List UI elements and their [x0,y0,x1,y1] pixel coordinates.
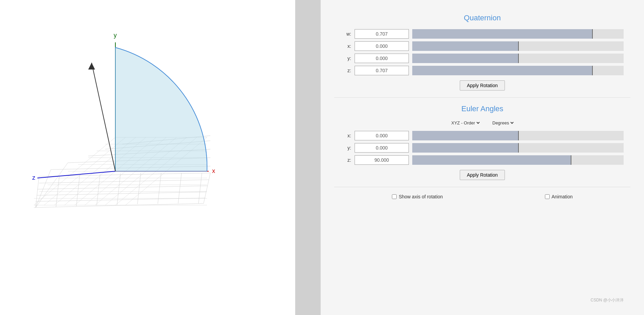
svg-line-7 [56,176,59,207]
svg-line-3 [37,192,206,195]
show-axis-checkbox[interactable] [392,194,397,199]
euler-slider-thumb-1 [518,143,519,153]
euler-slider-thumb-0 [518,131,519,140]
svg-line-13 [178,173,182,203]
quaternion-apply-button[interactable]: Apply Rotation [460,80,505,91]
quaternion-section: Quaternion w:x:y:z: Apply Rotation [334,7,630,98]
euler-field-row-0: x: [334,131,630,140]
quaternion-slider-1[interactable] [412,41,624,51]
euler-label-0: x: [341,133,351,138]
middle-divider [295,0,321,315]
3d-scene: x z y [0,0,295,315]
euler-section: Euler Angles XYZ - Order Degrees Radians… [334,98,630,187]
euler-slider-fill-1 [412,143,518,153]
euler-slider-thumb-2 [571,155,571,165]
quaternion-slider-3[interactable] [412,66,624,75]
quaternion-field-row-1: x: [334,41,630,51]
euler-fields: x:y:z: [334,131,630,165]
euler-slider-1[interactable] [412,143,624,153]
right-panel: Quaternion w:x:y:z: Apply Rotation Euler… [321,0,644,315]
animation-label[interactable]: Animation [545,194,573,199]
svg-line-6 [36,176,39,208]
euler-order-select[interactable]: XYZ - Order [450,120,481,126]
quaternion-apply-container: Apply Rotation [334,80,630,91]
svg-line-5 [34,203,204,208]
quaternion-slider-fill-3 [412,66,592,75]
quaternion-label-0: w: [341,31,351,37]
quaternion-input-0[interactable] [355,29,409,39]
checkboxes-section: Show axis of rotation Animation [334,187,630,206]
svg-line-9 [97,174,100,205]
quaternion-slider-thumb-3 [592,66,593,75]
svg-line-2 [37,186,208,189]
quaternion-input-1[interactable] [355,41,409,51]
show-axis-label[interactable]: Show axis of rotation [392,194,443,199]
quaternion-slider-fill-2 [412,54,518,63]
svg-line-14 [198,173,202,203]
quaternion-slider-0[interactable] [412,29,624,39]
euler-slider-fill-0 [412,131,518,140]
vector-arrowhead [88,63,95,70]
quaternion-title: Quaternion [334,14,630,22]
animation-text: Animation [552,194,573,199]
quaternion-input-3[interactable] [355,66,409,75]
quaternion-label-1: x: [341,43,351,49]
quaternion-field-row-2: y: [334,54,630,63]
quaternion-field-row-3: z: [334,66,630,75]
quaternion-label-2: y: [341,56,351,61]
euler-field-row-2: z: [334,155,630,165]
euler-input-1[interactable] [355,143,409,153]
euler-apply-button[interactable]: Apply Rotation [460,170,505,180]
quaternion-input-2[interactable] [355,54,409,63]
quaternion-field-row-0: w: [334,29,630,39]
euler-slider-0[interactable] [412,131,624,140]
quaternion-slider-2[interactable] [412,54,624,63]
euler-slider-2[interactable] [412,155,624,165]
animation-checkbox[interactable] [545,194,550,199]
quaternion-slider-thumb-2 [518,54,519,63]
rotation-arc-fill [115,47,207,171]
footer-credit: CSDN @小小洋洋 [590,297,624,303]
quaternion-label-3: z: [341,68,351,73]
quaternion-slider-fill-0 [412,29,592,39]
euler-options: XYZ - Order Degrees Radians [334,120,630,126]
z-axis-label: z [32,174,35,181]
euler-field-row-1: y: [334,143,630,153]
euler-input-0[interactable] [355,131,409,140]
footer-container: CSDN @小小洋洋 [334,206,630,308]
euler-unit-select[interactable]: Degrees Radians [491,120,515,126]
visualization-panel: x z y [0,0,295,315]
show-axis-text: Show axis of rotation [399,194,443,199]
euler-input-2[interactable] [355,155,409,165]
quaternion-slider-fill-1 [412,41,518,51]
quaternion-slider-thumb-1 [518,41,519,51]
quaternion-slider-thumb-0 [592,29,593,39]
svg-line-12 [158,173,161,204]
original-vector [92,63,115,171]
euler-label-1: y: [341,145,351,151]
x-axis-label: x [212,168,215,174]
euler-title: Euler Angles [334,104,630,113]
quaternion-fields: w:x:y:z: [334,29,630,75]
z-axis [37,171,115,178]
euler-label-2: z: [341,157,351,163]
svg-line-1 [39,180,209,183]
euler-apply-container: Apply Rotation [334,170,630,180]
svg-line-10 [117,174,120,205]
y-axis-label: y [114,32,117,39]
euler-slider-fill-2 [412,155,571,165]
svg-line-15 [204,173,210,203]
